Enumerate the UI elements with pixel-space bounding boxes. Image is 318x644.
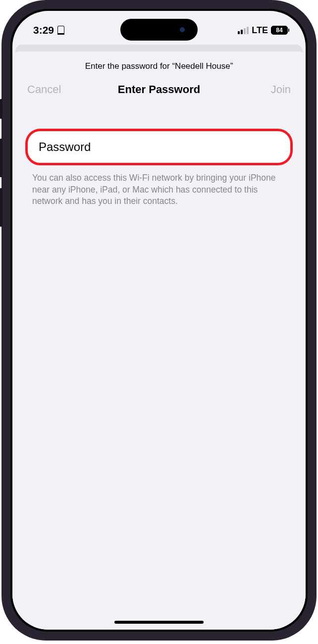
password-input[interactable] — [39, 140, 279, 154]
status-right: LTE 84 — [238, 25, 288, 36]
sheet-content: You can also access this Wi-Fi network b… — [12, 107, 306, 207]
home-indicator[interactable] — [114, 621, 204, 624]
nav-bar: Cancel Enter Password Join — [12, 76, 306, 107]
status-time: 3:29 — [33, 24, 54, 36]
orientation-lock-icon — [57, 26, 64, 35]
battery-icon: 84 — [271, 26, 288, 35]
network-type: LTE — [252, 25, 268, 36]
enter-password-sheet: Enter the password for “Needell House” C… — [12, 51, 306, 630]
cellular-signal-icon — [238, 26, 249, 34]
password-field-container[interactable] — [25, 129, 293, 165]
battery-percent: 84 — [272, 27, 287, 34]
device-frame: 3:29 LTE 84 Enter the password for “Need… — [1, 0, 317, 641]
screen: 3:29 LTE 84 Enter the password for “Need… — [12, 11, 306, 630]
sheet-title: Enter Password — [118, 83, 200, 96]
cancel-button[interactable]: Cancel — [27, 83, 67, 96]
status-left: 3:29 — [33, 24, 64, 36]
dynamic-island — [120, 19, 198, 41]
device-bezel: 3:29 LTE 84 Enter the password for “Need… — [10, 9, 308, 632]
join-button[interactable]: Join — [251, 83, 291, 96]
wifi-sharing-help-text: You can also access this Wi-Fi network b… — [25, 165, 293, 207]
sheet-subtitle: Enter the password for “Needell House” — [12, 51, 306, 76]
